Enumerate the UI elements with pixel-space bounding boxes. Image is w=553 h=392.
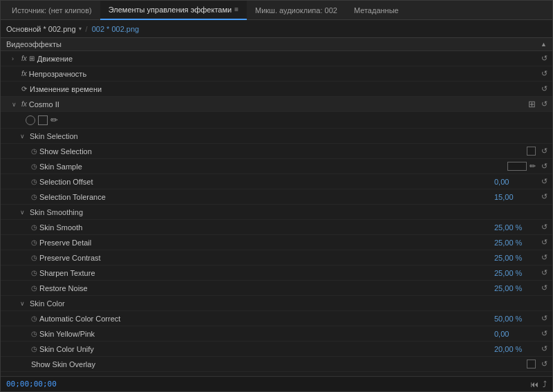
tab-meta[interactable]: Метаданные: [346, 1, 407, 20]
panel: Источник: (нет клипов) Элементы управлен…: [0, 0, 553, 392]
effect-row-motion[interactable]: › fx ⊞ Движение ↺: [1, 51, 552, 66]
row-show-skin-overlay[interactable]: Show Skin Overlay ↺: [1, 357, 552, 372]
skin-yellow-reset[interactable]: ↺: [538, 329, 550, 338]
cosmo-expand[interactable]: ∨: [12, 101, 19, 108]
preserve-contrast-reset[interactable]: ↺: [538, 253, 550, 262]
preserve-detail-reset[interactable]: ↺: [538, 238, 550, 247]
clock-sharpen[interactable]: ◷: [31, 269, 37, 277]
cosmo-brush-btn[interactable]: ✏: [50, 115, 58, 125]
effect-row-opacity[interactable]: › fx Непрозрачность ↺: [1, 66, 552, 82]
eyedropper-icon[interactable]: ✏: [529, 162, 536, 171]
source-dropdown[interactable]: Основной * 002.png ▾: [6, 25, 82, 33]
skin-color-label: Skin Color: [30, 299, 65, 308]
subsection-skin-color[interactable]: ∨ Skin Color: [1, 296, 552, 311]
sharpen-texture-value[interactable]: 25,00 %: [494, 269, 536, 277]
row-skin-sample[interactable]: ◷ Skin Sample ✏ ↺: [1, 159, 552, 174]
fx-badge-opacity: fx: [21, 70, 27, 77]
clock-sel-offset[interactable]: ◷: [31, 178, 37, 185]
row-skin-unify[interactable]: ◷ Skin Color Unify 20,00 % ↺: [1, 342, 552, 357]
cosmo-reset[interactable]: ↺: [538, 100, 550, 109]
clock-show-selection[interactable]: ◷: [31, 147, 37, 155]
effects-panel: Видеоэффекты ▲ › fx ⊞ Движение ↺ › fx Не…: [1, 38, 552, 376]
tab-audio[interactable]: Микш. аудиоклипа: 002: [247, 1, 346, 20]
sharpen-texture-label: Sharpen Texture: [39, 269, 494, 277]
subsection-skin-smoothing[interactable]: ∨ Skin Smoothing: [1, 205, 552, 220]
selection-tolerance-reset[interactable]: ↺: [538, 192, 550, 201]
row-sharpen-texture[interactable]: ◷ Sharpen Texture 25,00 % ↺: [1, 265, 552, 281]
clock-skin-smooth[interactable]: ◷: [31, 223, 37, 231]
source-bar: Основной * 002.png ▾ / 002 * 002.png: [1, 20, 552, 38]
row-selection-tolerance[interactable]: ◷ Selection Tolerance 15,00 ↺: [1, 189, 552, 205]
clock-skin-yellow[interactable]: ◷: [31, 330, 37, 337]
restore-noise-reset[interactable]: ↺: [538, 283, 550, 292]
motion-expand[interactable]: ›: [12, 55, 19, 62]
row-selection-offset[interactable]: ◷ Selection Offset 0,00 ↺: [1, 174, 552, 189]
effect-row-cosmo[interactable]: ∨ fx Cosmo II ⊞ ↺: [1, 97, 552, 112]
skin-color-expand[interactable]: ∨: [20, 300, 27, 307]
clock-sel-tol[interactable]: ◷: [31, 193, 37, 200]
auto-color-reset[interactable]: ↺: [538, 314, 550, 323]
restore-noise-value[interactable]: 25,00 %: [494, 284, 536, 292]
skin-smoothing-label: Skin Smoothing: [30, 208, 83, 216]
export-btn[interactable]: ⤴: [543, 380, 547, 389]
skin-sample-swatch[interactable]: [507, 162, 527, 171]
skin-smooth-label: Skin Smooth: [39, 223, 494, 232]
timeremap-label: Изменение времени: [30, 85, 536, 93]
row-restore-noise[interactable]: ◷ Restore Noise 25,00 % ↺: [1, 281, 552, 296]
effects-menu-icon[interactable]: ≡: [234, 6, 238, 13]
row-preserve-detail[interactable]: ◷ Preserve Detail 25,00 % ↺: [1, 235, 552, 250]
dropdown-chevron: ▾: [79, 26, 82, 32]
timeremap-reset[interactable]: ↺: [538, 84, 550, 93]
skin-sample-reset[interactable]: ↺: [538, 162, 550, 171]
row-show-selection[interactable]: ◷ Show Selection ↺: [1, 144, 552, 159]
cosmo-label: Cosmo II: [29, 100, 525, 109]
skin-smooth-reset[interactable]: ↺: [538, 223, 550, 232]
show-selection-label: Show Selection: [39, 147, 527, 156]
show-selection-checkbox[interactable]: [527, 147, 536, 156]
play-prev-btn[interactable]: ⏮: [530, 380, 538, 389]
cosmo-rect-btn[interactable]: [38, 115, 48, 125]
fx-badge-motion: fx: [21, 55, 27, 62]
preserve-contrast-value[interactable]: 25,00 %: [494, 254, 536, 262]
clock-preserve-contrast[interactable]: ◷: [31, 254, 37, 261]
skin-smoothing-expand[interactable]: ∨: [20, 209, 27, 216]
effect-row-timeremap[interactable]: › ⟳ Изменение времени ↺: [1, 82, 552, 97]
row-auto-color[interactable]: ◷ Automatic Color Correct 50,00 % ↺: [1, 311, 552, 326]
cosmo-circle-btn[interactable]: [26, 115, 35, 125]
sharpen-texture-reset[interactable]: ↺: [538, 268, 550, 277]
preserve-detail-value[interactable]: 25,00 %: [494, 239, 536, 247]
selection-offset-value[interactable]: 0,00: [494, 178, 536, 186]
skin-unify-value[interactable]: 20,00 %: [494, 345, 536, 353]
clock-skin-sample[interactable]: ◷: [31, 162, 37, 170]
tab-source[interactable]: Источник: (нет клипов): [3, 1, 100, 20]
selection-offset-reset[interactable]: ↺: [538, 177, 550, 186]
selection-tolerance-value[interactable]: 15,00: [494, 193, 536, 201]
auto-color-label: Automatic Color Correct: [39, 315, 494, 323]
row-preserve-contrast[interactable]: ◷ Preserve Contrast 25,00 % ↺: [1, 250, 552, 265]
show-selection-reset[interactable]: ↺: [538, 147, 550, 156]
cosmo-icon-group: ✏: [26, 115, 58, 125]
clock-skin-unify[interactable]: ◷: [31, 345, 37, 353]
restore-noise-label: Restore Noise: [39, 284, 494, 292]
opacity-reset[interactable]: ↺: [538, 69, 550, 78]
show-skin-overlay-checkbox[interactable]: [527, 360, 536, 368]
skin-yellow-value[interactable]: 0,00: [494, 330, 536, 338]
motion-reset[interactable]: ↺: [538, 54, 550, 63]
tab-bar: Источник: (нет клипов) Элементы управлен…: [1, 1, 552, 20]
tab-effects[interactable]: Элементы управления эффектами ≡: [100, 1, 247, 20]
clock-auto-color[interactable]: ◷: [31, 315, 37, 322]
auto-color-value[interactable]: 50,00 %: [494, 315, 536, 323]
clock-preserve-detail[interactable]: ◷: [31, 239, 37, 246]
scroll-indicator: ▲: [541, 41, 547, 48]
skin-smooth-value[interactable]: 25,00 %: [494, 223, 536, 232]
source-link[interactable]: 002 * 002.png: [92, 25, 140, 33]
skin-selection-expand[interactable]: ∨: [20, 133, 27, 140]
add-effect-btn[interactable]: ⊞: [528, 99, 536, 109]
video-effects-header: Видеоэффекты ▲: [1, 38, 552, 51]
row-skin-yellow[interactable]: ◷ Skin Yellow/Pink 0,00 ↺: [1, 326, 552, 342]
subsection-skin-selection[interactable]: ∨ Skin Selection: [1, 129, 552, 144]
clock-restore-noise[interactable]: ◷: [31, 284, 37, 292]
skin-unify-reset[interactable]: ↺: [538, 344, 550, 353]
show-skin-overlay-reset[interactable]: ↺: [538, 360, 550, 368]
row-skin-smooth[interactable]: ◷ Skin Smooth 25,00 % ↺: [1, 220, 552, 235]
